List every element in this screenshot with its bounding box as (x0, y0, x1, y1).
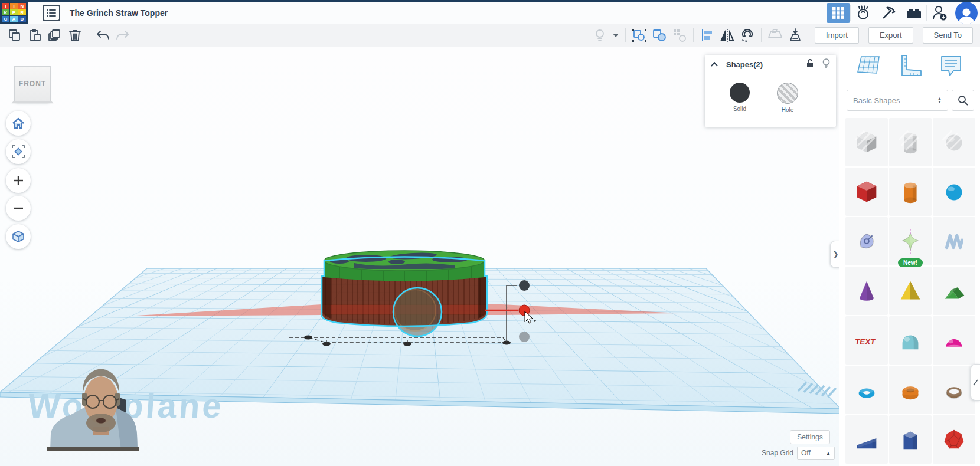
settings-button[interactable]: Settings (790, 430, 830, 444)
design-menu-icon[interactable] (43, 5, 60, 21)
ruler-tool-button[interactable] (785, 27, 805, 44)
svg-text:TEXT: TEXT (854, 337, 876, 346)
shapes-inspector-panel: Shapes(2) Solid Hole (705, 55, 836, 127)
design-title[interactable]: The Grinch Straw Topper (70, 8, 168, 18)
shape-roof[interactable] (933, 267, 975, 315)
perspective-toggle-button[interactable] (6, 224, 31, 249)
shape-cylinder[interactable] (889, 168, 932, 216)
shape-extrusion[interactable] (845, 217, 888, 265)
zoom-in-button[interactable] (6, 168, 31, 193)
add-person-icon[interactable] (927, 3, 952, 23)
logo-letter-tile: N (18, 3, 26, 9)
view-cube[interactable]: FRONT (14, 66, 51, 101)
search-icon (958, 95, 968, 106)
visibility-bulb-icon[interactable] (822, 58, 830, 70)
tinker-claw-icon[interactable] (851, 3, 876, 23)
shape-half-sphere[interactable] (933, 316, 975, 365)
lock-icon[interactable] (806, 59, 814, 70)
logo-letter-tile: R (18, 9, 26, 15)
caret-up-icon: ▲ (826, 451, 831, 456)
shape-wedge[interactable] (845, 415, 888, 464)
shape-torus-thick[interactable] (889, 366, 932, 414)
shape-pyramid[interactable] (889, 267, 932, 315)
align-bottom-handle[interactable] (519, 332, 530, 342)
show-all-button[interactable] (590, 27, 610, 44)
undo-button[interactable] (93, 27, 113, 44)
export-button[interactable]: Export (868, 27, 913, 44)
shape-sphere-hole[interactable] (933, 118, 975, 166)
collapse-panel-chevron-icon[interactable] (711, 60, 726, 68)
align-top-handle[interactable] (519, 280, 530, 291)
logo-letter-tile: E (10, 9, 18, 15)
delete-button[interactable] (65, 27, 85, 44)
workplane-tool-button[interactable] (765, 27, 785, 44)
logo-letter-tile: I (10, 3, 18, 9)
copy-button[interactable] (5, 27, 25, 44)
duplicate-button[interactable] (45, 27, 65, 44)
zoom-out-button[interactable] (6, 196, 31, 221)
home-view-button[interactable] (6, 111, 31, 136)
snap-grid-select[interactable]: Off ▲ (797, 447, 835, 460)
shape-cylinder-hole[interactable] (889, 118, 932, 166)
snap-grid-label: Snap Grid (762, 449, 793, 457)
logo-letter-tile: A (10, 16, 18, 22)
shape-gallery: New!TEXT (839, 117, 980, 464)
logo-letter-tile: T (2, 3, 9, 9)
flip-mirror-button[interactable] (717, 27, 737, 44)
shape-tube[interactable] (933, 366, 975, 414)
shape-icosahedron[interactable] (933, 415, 975, 464)
shape-box-hole[interactable] (845, 118, 888, 166)
sidebar-collapse-tab[interactable]: ❯ (830, 241, 839, 268)
shape-round-roof[interactable] (889, 316, 932, 365)
search-shapes-button[interactable] (952, 90, 974, 111)
shape-scribble[interactable] (933, 217, 975, 265)
hidden-panel-tab[interactable] (971, 364, 980, 401)
shape-text[interactable]: TEXT (845, 316, 888, 365)
dashboard-grid-icon[interactable] (827, 3, 850, 23)
logo-letter-tile: C (2, 16, 9, 22)
header-bar: TINKERCAD The Grinch Straw Topper (0, 2, 980, 24)
align-button[interactable] (697, 27, 717, 44)
shape-polygon[interactable] (889, 415, 932, 464)
shape-spin-top[interactable]: New! (889, 217, 932, 265)
ruler-helper-icon[interactable] (899, 54, 922, 80)
solid-material-option[interactable]: Solid (730, 83, 750, 113)
multi-select-button[interactable] (669, 27, 690, 44)
user-avatar[interactable] (955, 2, 978, 24)
shapes-sidebar: Basic Shapes ▲▼ New!TEXT (839, 47, 980, 466)
logo-letter-tile: K (2, 9, 9, 15)
3d-viewport[interactable]: Workplane (0, 47, 839, 466)
shape-box[interactable] (845, 168, 888, 216)
logo-letter-tile: D (18, 16, 26, 22)
shape-cone[interactable] (845, 267, 888, 315)
redo-button[interactable] (113, 27, 133, 44)
toolbar: Import Export Send To (0, 24, 980, 47)
selected-object[interactable] (322, 251, 487, 336)
ungroup-button[interactable] (649, 27, 669, 44)
select-updown-icon: ▲▼ (937, 97, 942, 104)
notes-helper-icon[interactable] (939, 54, 963, 80)
new-badge: New! (898, 258, 923, 267)
import-button[interactable]: Import (815, 27, 859, 44)
lego-brick-icon[interactable] (901, 3, 926, 23)
window-top-strip (0, 0, 980, 2)
shape-torus[interactable] (845, 366, 888, 414)
tinkercad-logo[interactable]: TINKERCAD (0, 2, 28, 24)
send-to-button[interactable]: Send To (923, 27, 973, 44)
group-button[interactable] (629, 27, 649, 44)
shapes-panel-title: Shapes(2) (726, 60, 806, 69)
workplane-helper-icon[interactable] (857, 54, 881, 80)
shape-sphere[interactable] (933, 168, 975, 216)
shape-category-select[interactable]: Basic Shapes ▲▼ (847, 90, 948, 111)
magnet-snap-button[interactable] (737, 27, 757, 44)
minecraft-pickaxe-icon[interactable] (876, 3, 901, 23)
paste-button[interactable] (25, 27, 45, 44)
fit-view-button[interactable] (6, 139, 31, 164)
hole-material-option[interactable]: Hole (777, 83, 798, 113)
show-all-caret[interactable] (610, 27, 622, 44)
